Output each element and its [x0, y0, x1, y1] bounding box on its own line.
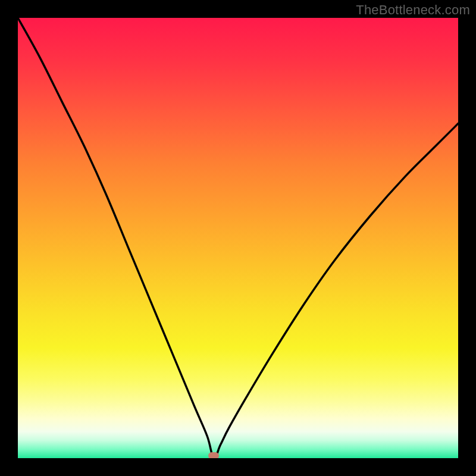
bottleneck-curve: [18, 18, 458, 458]
plot-area: [18, 18, 458, 458]
optimum-marker: [208, 452, 219, 458]
watermark-text: TheBottleneck.com: [356, 2, 470, 18]
chart-frame: TheBottleneck.com: [0, 0, 476, 476]
